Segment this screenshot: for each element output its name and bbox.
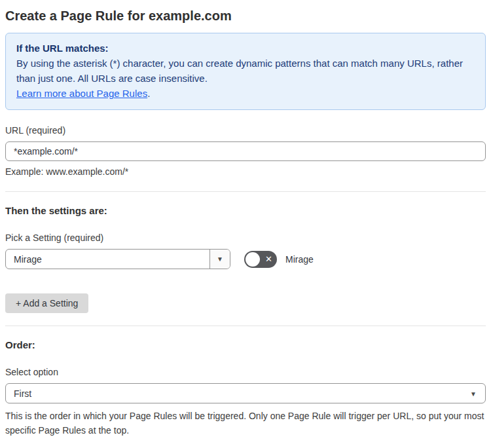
url-label: URL (required): [5, 124, 486, 136]
settings-section-heading: Then the settings are:: [5, 204, 486, 217]
order-select-value: First: [14, 388, 31, 399]
setting-row: Mirage ▼ ✕ Mirage: [5, 249, 486, 269]
url-example-helper: Example: www.example.com/*: [5, 165, 486, 179]
info-box-body: By using the asterisk (*) character, you…: [16, 56, 475, 86]
info-box-heading: If the URL matches:: [16, 41, 475, 56]
page-title: Create a Page Rule for example.com: [5, 7, 486, 25]
info-box-link-line: Learn more about Page Rules.: [16, 86, 475, 101]
url-match-info-box: If the URL matches: By using the asteris…: [5, 33, 486, 110]
create-page-rule-panel: Create a Page Rule for example.com If th…: [0, 0, 491, 448]
setting-select-arrow-button[interactable]: ▼: [209, 250, 230, 269]
order-select[interactable]: First ▼: [5, 383, 486, 403]
setting-select[interactable]: Mirage ▼: [5, 249, 230, 269]
divider: [5, 191, 486, 192]
toggle-label: Mirage: [285, 254, 314, 265]
toggle-off-x-icon: ✕: [265, 251, 272, 268]
setting-select-value: Mirage: [6, 250, 209, 269]
order-section-heading: Order:: [5, 339, 486, 352]
toggle-knob: [245, 252, 260, 267]
select-option-label: Select option: [5, 366, 486, 378]
pick-setting-label: Pick a Setting (required): [5, 232, 486, 244]
order-helper-text: This is the order in which your Page Rul…: [5, 409, 486, 438]
add-setting-button[interactable]: + Add a Setting: [5, 293, 88, 313]
divider: [5, 326, 486, 326]
chevron-down-icon: ▼: [217, 255, 223, 263]
mirage-toggle[interactable]: ✕: [244, 251, 277, 268]
link-suffix: .: [147, 88, 150, 99]
chevron-down-icon: ▼: [470, 390, 477, 397]
page-rules-link[interactable]: Learn more about Page Rules: [16, 88, 147, 99]
url-input[interactable]: [5, 141, 486, 161]
